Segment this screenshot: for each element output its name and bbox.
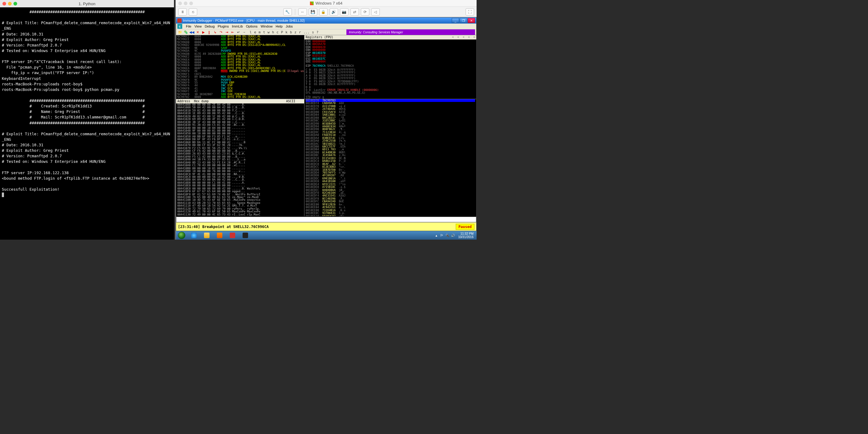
vm-settings-button[interactable]: 🔧 bbox=[283, 8, 292, 15]
wmp-taskbar-icon[interactable] bbox=[214, 231, 226, 239]
mac-terminal-window: 1. Python ##############################… bbox=[0, 0, 174, 240]
maximize-button[interactable]: ❐ bbox=[460, 18, 467, 23]
vm-disk-button[interactable]: 💾 bbox=[309, 8, 317, 15]
mac-titlebar[interactable]: 1. Python bbox=[0, 0, 174, 7]
menu-options[interactable]: Options bbox=[246, 25, 257, 28]
window-title: 1. Python bbox=[0, 2, 174, 6]
register-row[interactable]: EBX 00000000 bbox=[306, 49, 475, 52]
toolbar-letter[interactable]: k bbox=[285, 30, 288, 34]
vm-refresh-button[interactable]: ⟳ bbox=[361, 8, 369, 15]
register-row[interactable]: ECX 00EDAA70 bbox=[306, 43, 475, 45]
menu-file[interactable]: File bbox=[186, 25, 191, 28]
stack-pane[interactable]: 0018ED70 76C99703 0018ED74 CADA9A70 éêA0… bbox=[305, 99, 476, 216]
disassembly-pane[interactable]: 76C996CC 0000 ADD BYTE PTR DS:[EAX],AL76… bbox=[176, 35, 304, 99]
folder-icon[interactable]: 📁 bbox=[177, 30, 183, 35]
terminal-output[interactable]: ########################################… bbox=[0, 7, 174, 200]
menu-view[interactable]: View bbox=[194, 25, 202, 28]
stop-icon[interactable]: ✕ bbox=[195, 30, 200, 35]
immunity-titlebar[interactable]: Immunity Debugger - PCManFTPD2.exe - [CP… bbox=[176, 18, 476, 24]
toolbar-letter[interactable]: h bbox=[272, 30, 274, 34]
immunity-taskbar-icon[interactable] bbox=[239, 231, 251, 239]
menu-debug[interactable]: Debug bbox=[205, 25, 214, 28]
menu-help[interactable]: Help bbox=[276, 25, 283, 28]
goto-icon[interactable]: → bbox=[241, 30, 247, 35]
menu-jobs[interactable]: Jobs bbox=[286, 25, 293, 28]
immunity-title: Immunity Debugger - PCManFTPD2.exe - [CP… bbox=[183, 19, 452, 22]
vm-pause-button[interactable]: ⏸ bbox=[178, 8, 187, 15]
register-row[interactable]: EBP 01D51910 bbox=[306, 55, 475, 57]
toolbar-letter[interactable]: z bbox=[294, 30, 297, 34]
toolbar-letter[interactable]: e bbox=[254, 30, 256, 34]
toolbar-letter[interactable]: s bbox=[312, 30, 314, 34]
vm-escape-button[interactable]: ⎋ bbox=[189, 8, 197, 15]
immunity-c-icon[interactable]: c bbox=[177, 24, 182, 29]
vm-camera-button[interactable]: 📷 bbox=[340, 8, 348, 15]
start-button[interactable] bbox=[176, 231, 187, 240]
menu-window[interactable]: Window bbox=[261, 25, 273, 28]
windows-logo-icon bbox=[310, 2, 314, 5]
immunity-icon bbox=[177, 19, 182, 23]
tray-volume-icon[interactable]: 🔊 bbox=[451, 233, 455, 237]
trace-into-icon[interactable]: ⇥ bbox=[224, 30, 229, 35]
hexdump-title: Address Hex dump ASCII bbox=[177, 100, 295, 103]
minimize-button[interactable]: _ bbox=[452, 18, 459, 23]
play-icon[interactable]: ▶ bbox=[200, 30, 206, 35]
toolbar-letter[interactable]: P bbox=[281, 30, 283, 34]
toolbar-letter[interactable]: l bbox=[250, 30, 252, 34]
vm-network-button[interactable]: ↔ bbox=[298, 8, 307, 15]
menu-plugins[interactable]: Plugins bbox=[218, 25, 229, 28]
toolbar-letter[interactable]: c bbox=[277, 30, 279, 34]
taskbar-clock[interactable]: 11:32 PM 10/31/2016 bbox=[456, 232, 475, 239]
hexdump-header: Address Hex dump ASCII bbox=[176, 99, 304, 103]
toolbar-letter[interactable]: ? bbox=[316, 30, 318, 34]
pause-icon[interactable]: ‖ bbox=[207, 30, 212, 35]
toolbar-letter[interactable]: t bbox=[263, 30, 265, 34]
register-row[interactable]: EDX 00000020 bbox=[306, 46, 475, 49]
register-row[interactable]: ESI 0018ED7C bbox=[306, 58, 475, 60]
toolbar-letters: lemtwhcPkbzr...s? bbox=[250, 30, 318, 34]
consulting-banner: Immunity: Consulting Services Manager bbox=[346, 29, 475, 35]
terminal-text: ########################################… bbox=[2, 9, 170, 192]
toolbar-letter[interactable]: m bbox=[258, 30, 261, 34]
return-icon[interactable]: ↵ bbox=[236, 30, 241, 35]
toolbar-letter[interactable]: w bbox=[268, 30, 270, 34]
clock-date: 10/31/2016 bbox=[458, 235, 473, 239]
vmware-taskbar-icon[interactable] bbox=[226, 231, 239, 239]
tray-flag-icon[interactable]: 🏳 bbox=[440, 233, 444, 237]
start-orb-icon bbox=[178, 232, 185, 239]
ie-taskbar-icon[interactable] bbox=[188, 231, 200, 239]
registers-pane[interactable]: Registers (FPU) <<<<< EAX 00000000ECX 00… bbox=[305, 35, 476, 99]
system-tray: ▴ 🏳 🔌 🔊 11:32 PM 10/31/2016 bbox=[434, 232, 475, 239]
register-row[interactable]: ESP 0018ED70 bbox=[306, 52, 475, 55]
vm-sound-button[interactable]: 🔊 bbox=[330, 8, 338, 15]
run-icon[interactable]: 🦠 bbox=[183, 30, 189, 35]
vm-title-text: Windows 7 x64 bbox=[315, 1, 342, 5]
trace-over-icon[interactable]: ⇤ bbox=[230, 30, 235, 35]
close-button[interactable]: ✕ bbox=[468, 18, 475, 23]
tray-power-icon[interactable]: 🔌 bbox=[445, 233, 450, 237]
immunity-debugger-window: Immunity Debugger - PCManFTPD2.exe - [CP… bbox=[176, 17, 476, 231]
step-over-icon[interactable]: ↷ bbox=[218, 30, 224, 35]
hexdump-pane[interactable]: Address Hex dump ASCII 00441000 00 00 00… bbox=[176, 99, 304, 216]
vm-back-button[interactable]: ◁ bbox=[371, 8, 380, 15]
register-row[interactable]: EAX 00000000 bbox=[306, 40, 475, 43]
command-input[interactable] bbox=[176, 217, 476, 222]
step-into-icon[interactable]: ↳ bbox=[212, 30, 218, 35]
paused-indicator: Paused bbox=[456, 224, 474, 230]
toolbar-letter[interactable]: b bbox=[290, 30, 292, 34]
toolbar-letter[interactable]: ... bbox=[304, 30, 310, 34]
vm-usb-button[interactable]: ⇄ bbox=[350, 8, 359, 15]
explorer-taskbar-icon[interactable] bbox=[200, 231, 213, 239]
windows-desktop: Immunity Debugger - PCManFTPD2.exe - [CP… bbox=[176, 17, 476, 240]
menu-immlib[interactable]: ImmLib bbox=[232, 25, 243, 28]
stack-row[interactable]: 0018EE10 F9383C97 <8ù bbox=[306, 215, 475, 216]
register-row[interactable]: EDI 00000004 bbox=[306, 60, 475, 63]
rewind-icon[interactable]: ◀◀ bbox=[189, 30, 194, 35]
vm-lock-button[interactable]: 🔒 bbox=[319, 8, 328, 15]
toolbar-letter[interactable]: r bbox=[299, 30, 301, 34]
registers-header: Registers (FPU) <<<<< bbox=[305, 35, 476, 39]
clock-time: 11:32 PM bbox=[458, 232, 473, 235]
vm-fullscreen-button[interactable]: ⛶ bbox=[466, 8, 474, 15]
vm-titlebar[interactable]: Windows 7 x64 bbox=[176, 0, 476, 7]
tray-expand-icon[interactable]: ▴ bbox=[434, 233, 439, 237]
